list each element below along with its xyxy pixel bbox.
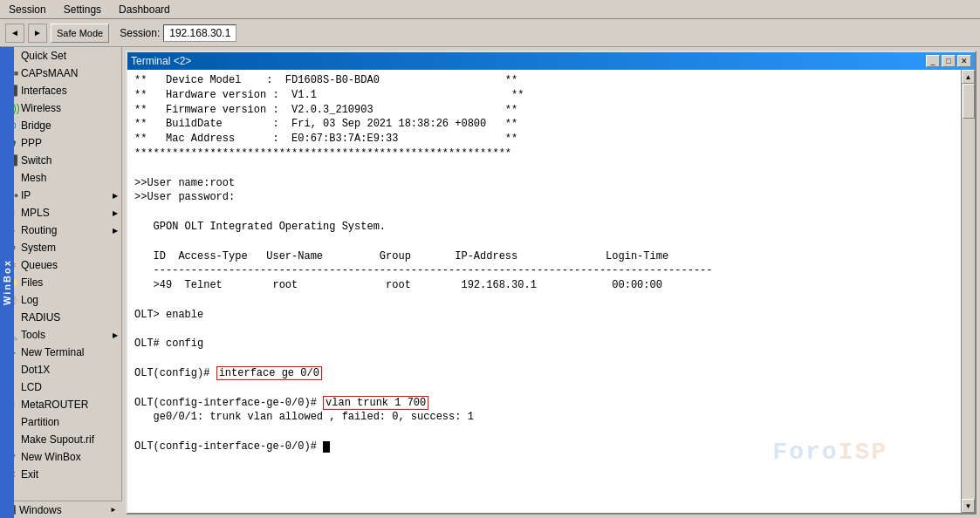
term-line-3: ** Firmware version : V2.0.3_210903 ** — [134, 103, 954, 118]
terminal-close-button[interactable]: ✕ — [957, 55, 971, 67]
sidebar-label-mesh: Mesh — [21, 172, 46, 184]
sidebar-label-capsman: CAPsMAAN — [21, 67, 78, 79]
term-line-vlan-cmd: OLT(config-interface-ge-0/0)# vlan trunk… — [134, 396, 954, 411]
sidebar-label-system: System — [21, 242, 56, 254]
back-button[interactable]: ◄ — [5, 24, 24, 43]
terminal-cursor — [323, 441, 330, 453]
sidebar-item-new-terminal[interactable]: ▶ New Terminal — [0, 344, 121, 361]
sidebar-item-exit[interactable]: ✖ Exit — [0, 466, 121, 483]
scrollbar-down-button[interactable]: ▼ — [962, 499, 975, 513]
sidebar-item-ppp[interactable]: ⬟ PPP — [0, 134, 121, 152]
sidebar-item-routing[interactable]: ↪ Routing ▶ — [0, 222, 121, 239]
sidebar-item-partition[interactable]: P Partition — [0, 413, 121, 431]
term-line-enable: OLT> enable — [134, 308, 954, 323]
terminal-controls: _ □ ✕ — [926, 55, 971, 67]
sidebar-item-capsman[interactable]: ■■■ CAPsMAAN — [0, 65, 121, 82]
term-line-final-prompt: OLT(config-interface-ge-0/0)# — [134, 440, 954, 454]
sidebar-label-tools: Tools — [21, 329, 45, 341]
sidebar-label-ip: IP — [21, 189, 31, 201]
sidebar-item-lcd[interactable]: L LCD — [0, 378, 121, 396]
term-line-trunk-result: ge0/0/1: trunk vlan allowed , failed: 0,… — [134, 410, 954, 425]
term-line-2: ** Hardware version : V1.1 ** — [134, 88, 954, 103]
terminal-title: Terminal <2> — [131, 55, 191, 67]
content-area: Terminal <2> _ □ ✕ ** Device Model : FD1… — [122, 47, 980, 518]
sidebar-label-metarouter: MetaROUTER — [21, 399, 88, 411]
sidebar: ⚡ Quick Set ■■■ CAPsMAAN ⬛ Interfaces ((… — [0, 47, 122, 518]
term-line-interface-cmd: OLT(config)# interface ge 0/0 — [134, 366, 954, 381]
term-line-username: >>User name:root — [134, 176, 954, 191]
sidebar-label-dot1x: Dot1X — [21, 364, 50, 376]
windows-bar[interactable]: ⬛ Windows ► — [0, 501, 122, 518]
terminal-scrollbar: ▲ ▼ — [961, 70, 975, 513]
toolbar: ◄ ► Safe Mode Session: 192.168.30.1 — [0, 19, 980, 47]
term-line-divider: ----------------------------------------… — [134, 263, 954, 278]
term-line-5: ** Mac Address : E0:67:B3:7A:E9:33 ** — [134, 132, 954, 147]
term-line-row: >49 Telnet root root 192.168.30.1 00:00:… — [134, 278, 954, 293]
term-line-password: >>User password: — [134, 190, 954, 205]
sidebar-item-log[interactable]: 📋 Log — [0, 291, 121, 309]
sidebar-item-mpls[interactable]: M MPLS ▶ — [0, 204, 121, 222]
sidebar-item-tools[interactable]: 🔧 Tools ▶ — [0, 326, 121, 344]
sidebar-item-radius[interactable]: R RADIUS — [0, 309, 121, 326]
terminal-content[interactable]: ** Device Model : FD1608S-B0-BDA0 ** ** … — [127, 70, 961, 513]
safe-mode-button[interactable]: Safe Mode — [51, 24, 109, 43]
sidebar-label-exit: Exit — [21, 468, 38, 481]
winbox-side-label: WinBox — [0, 47, 14, 518]
sidebar-item-mesh[interactable]: ● Mesh — [0, 169, 121, 187]
sidebar-label-bridge: Bridge — [21, 119, 51, 132]
term-line-header: ID Access-Type User-Name Group IP-Addres… — [134, 249, 954, 264]
sidebar-label-mpls: MPLS — [21, 207, 50, 219]
terminal-body: ** Device Model : FD1608S-B0-BDA0 ** ** … — [127, 70, 975, 513]
routing-arrow: ▶ — [113, 227, 118, 235]
vlan-command-highlight: vlan trunk 1 700 — [323, 396, 428, 410]
windows-arrow: ► — [110, 506, 117, 514]
sidebar-label-radius: RADIUS — [21, 311, 60, 324]
sidebar-label-wireless: Wireless — [21, 102, 61, 114]
term-line-4: ** BuildDate : Fri, 03 Sep 2021 18:38:26… — [134, 117, 954, 132]
mpls-arrow: ▶ — [113, 209, 118, 217]
menu-bar: Session Settings Dashboard — [0, 0, 980, 19]
menu-dashboard[interactable]: Dashboard — [113, 2, 175, 17]
sidebar-label-ppp: PPP — [21, 137, 42, 149]
sidebar-label-routing: Routing — [21, 224, 57, 236]
scrollbar-up-button[interactable]: ▲ — [962, 70, 975, 84]
sidebar-item-make-supout[interactable]: S Make Supout.rif — [0, 431, 121, 448]
sidebar-item-ip[interactable]: ●●● IP ▶ — [0, 187, 121, 204]
sidebar-item-dot1x[interactable]: D Dot1X — [0, 361, 121, 378]
sidebar-item-metarouter[interactable]: M MetaROUTER — [0, 396, 121, 413]
scrollbar-thumb[interactable] — [963, 84, 975, 119]
sidebar-label-new-winbox: New WinBox — [21, 451, 81, 463]
forward-button[interactable]: ► — [28, 24, 47, 43]
terminal-titlebar: Terminal <2> _ □ ✕ — [127, 52, 975, 70]
sidebar-label-lcd: LCD — [21, 381, 42, 393]
session-label: Session: — [120, 27, 160, 39]
sidebar-label-queues: Queues — [21, 259, 58, 271]
scrollbar-track[interactable] — [962, 84, 975, 499]
windows-label: Windows — [19, 504, 62, 516]
menu-settings[interactable]: Settings — [58, 2, 106, 17]
sidebar-item-queues[interactable]: ≡≡ Queues — [0, 256, 121, 274]
sidebar-item-quick-set[interactable]: ⚡ Quick Set — [0, 47, 121, 65]
terminal-maximize-button[interactable]: □ — [942, 55, 956, 67]
sidebar-label-files: Files — [21, 276, 43, 289]
sidebar-item-wireless[interactable]: ((·)) Wireless — [0, 99, 121, 117]
sidebar-label-log: Log — [21, 294, 38, 306]
ip-arrow: ▶ — [113, 192, 118, 200]
term-line-6: ****************************************… — [134, 147, 954, 161]
sidebar-item-files[interactable]: 📁 Files — [0, 274, 121, 291]
main-layout: ⚡ Quick Set ■■■ CAPsMAAN ⬛ Interfaces ((… — [0, 47, 980, 518]
terminal-window: Terminal <2> _ □ ✕ ** Device Model : FD1… — [126, 51, 977, 515]
sidebar-item-bridge[interactable]: ⬡ Bridge — [0, 117, 121, 134]
term-line-gpon: GPON OLT Integrated Operating System. — [134, 220, 954, 235]
tools-arrow: ▶ — [113, 331, 118, 339]
session-value: 192.168.30.1 — [163, 24, 236, 42]
sidebar-item-switch[interactable]: ⬛ Switch — [0, 152, 121, 169]
sidebar-label-interfaces: Interfaces — [21, 85, 67, 97]
menu-session[interactable]: Session — [3, 2, 51, 17]
sidebar-label-partition: Partition — [21, 416, 59, 428]
sidebar-item-system[interactable]: ⚙ System — [0, 239, 121, 256]
term-line-1: ** Device Model : FD1608S-B0-BDA0 ** — [134, 73, 954, 88]
terminal-minimize-button[interactable]: _ — [926, 55, 940, 67]
sidebar-item-new-winbox[interactable]: W New WinBox — [0, 448, 121, 466]
sidebar-item-interfaces[interactable]: ⬛ Interfaces — [0, 82, 121, 99]
